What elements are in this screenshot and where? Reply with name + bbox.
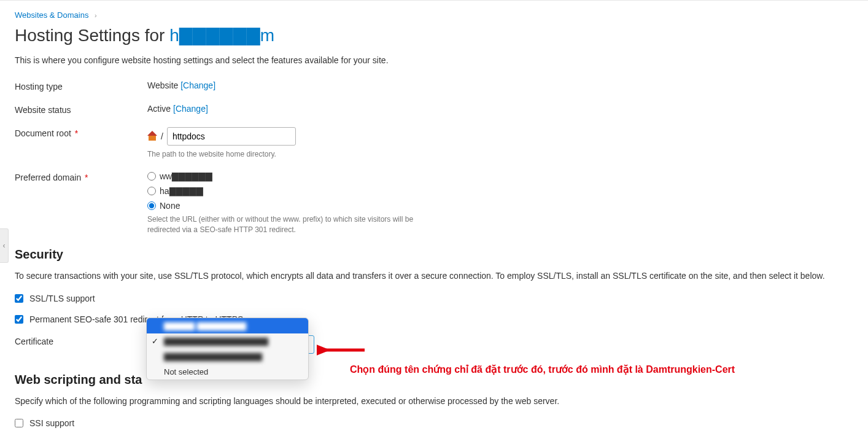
preferred-domain-radio-nowww[interactable]: ha▇▇▇▇▇	[147, 186, 853, 196]
page-title: Hosting Settings for h▇▇▇▇▇▇m	[15, 25, 853, 46]
security-heading: Security	[15, 247, 853, 262]
hosting-type-label: Hosting type	[15, 80, 147, 92]
certificate-option[interactable]: Not selected	[147, 364, 308, 380]
annotation-text: Chọn đúng tên chứng chỉ đã đặt trước đó,…	[350, 364, 735, 375]
certificate-option[interactable]: ▇▇▇▇▇ ▇▇▇▇▇▇▇▇	[147, 318, 308, 333]
certificate-dropdown: ▇▇▇▇▇ ▇▇▇▇▇▇▇▇ ✓ ▇▇▇▇▇▇▇▇▇▇▇▇▇▇▇▇▇ ▇▇▇▇▇…	[146, 317, 309, 380]
security-desc: To secure transactions with your site, u…	[15, 270, 853, 282]
page-title-domain[interactable]: h▇▇▇▇▇▇m	[169, 26, 274, 45]
preferred-domain-radio-www[interactable]: ww▇▇▇▇▇▇	[147, 171, 853, 181]
document-root-label: Document root *	[15, 127, 147, 138]
check-icon: ✓	[152, 337, 158, 346]
home-icon	[147, 132, 157, 141]
document-root-hint: The path to the website home directory.	[147, 149, 436, 160]
preferred-domain-radio-none[interactable]: None	[147, 201, 853, 211]
ssi-support-checkbox[interactable]: SSI support	[15, 418, 853, 428]
preferred-domain-label: Preferred domain *	[15, 171, 147, 182]
breadcrumb-link-websites-domains[interactable]: Websites & Domains	[15, 10, 88, 20]
certificate-option[interactable]: ▇▇▇▇▇▇▇▇▇▇▇▇▇▇▇▇	[147, 349, 308, 364]
document-root-slash: /	[161, 131, 163, 141]
website-status-change-link[interactable]: [Change]	[173, 104, 208, 114]
breadcrumb: Websites & Domains ›	[15, 10, 853, 20]
hosting-type-value: Website	[147, 80, 178, 90]
redirect-301-checkbox[interactable]: Permanent SEO-safe 301 redirect from HTT…	[15, 314, 853, 324]
hosting-type-change-link[interactable]: [Change]	[180, 80, 215, 90]
scripting-desc: Specify which of the following programmi…	[15, 395, 853, 408]
chevron-left-icon: ‹	[3, 241, 6, 250]
document-root-input[interactable]	[167, 127, 296, 146]
website-status-label: Website status	[15, 104, 147, 115]
certificate-label: Certificate	[15, 335, 147, 346]
certificate-option[interactable]: ✓ ▇▇▇▇▇▇▇▇▇▇▇▇▇▇▇▇▇	[147, 333, 308, 349]
website-status-value: Active	[147, 104, 171, 114]
ssl-support-checkbox[interactable]: SSL/TLS support	[15, 294, 853, 303]
chevron-right-icon: ›	[95, 12, 97, 19]
side-collapse-tab[interactable]: ‹	[0, 228, 9, 263]
page-description: This is where you configure website host…	[15, 55, 853, 67]
preferred-domain-hint: Select the URL (either with or without t…	[147, 214, 436, 235]
